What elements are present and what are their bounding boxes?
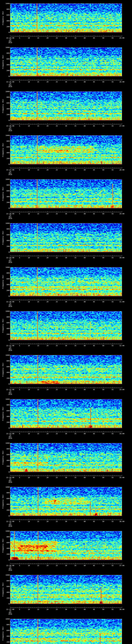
y-tick-label: 800 bbox=[4, 52, 10, 54]
frequency-axis-label: Frequency (Hz) bbox=[2, 187, 4, 201]
spectrogram-panel: Frequency (Hz)1000800600400200022:24:005… bbox=[0, 0, 132, 44]
y-tick-label: 1000 bbox=[4, 442, 10, 444]
x-tick-label: 5 bbox=[19, 565, 20, 566]
date-line: 2016 bbox=[8, 438, 12, 439]
x-tick-label: 25 bbox=[56, 301, 58, 303]
spectrogram-panel: Frequency (Hz)1000800600400200022:28:005… bbox=[0, 176, 132, 220]
y-tick-label: 600 bbox=[4, 410, 10, 412]
date-line: 2016 bbox=[8, 218, 12, 219]
x-axis-end-time-label: 27:00 bbox=[119, 125, 124, 127]
x-tick-label: 55 bbox=[112, 81, 114, 83]
x-tick-label: 15 bbox=[37, 169, 39, 171]
y-tick-label: 0 bbox=[4, 471, 10, 473]
y-tick-label: 400 bbox=[4, 20, 10, 22]
x-tick-label: 50 bbox=[102, 608, 104, 610]
date-line: 2016 bbox=[8, 174, 12, 175]
y-tick-label: 200 bbox=[4, 334, 10, 335]
x-tick-label: 50 bbox=[102, 37, 104, 39]
y-tick-label: 600 bbox=[4, 190, 10, 192]
x-axis-end-time-label: 26:00 bbox=[119, 81, 124, 83]
x-axis-end-time-label: 32:00 bbox=[119, 345, 124, 346]
y-tick-label: 600 bbox=[4, 498, 10, 500]
y-tick-label: 0 bbox=[4, 251, 10, 253]
frequency-axis-label: Frequency (Hz) bbox=[2, 99, 4, 113]
x-tick-label: 30 bbox=[65, 257, 67, 259]
x-axis-end-time-label: 25:00 bbox=[119, 37, 124, 39]
x-tick-label: 35 bbox=[74, 37, 76, 39]
x-tick-label: 50 bbox=[102, 477, 104, 478]
x-tick-label: 45 bbox=[93, 257, 95, 259]
y-tick-label: 200 bbox=[4, 70, 10, 72]
x-tick-label: 45 bbox=[93, 433, 95, 434]
y-tick-label: 0 bbox=[4, 339, 10, 341]
x-tick-label: 10 bbox=[28, 81, 30, 83]
y-tick-label: 400 bbox=[4, 240, 10, 242]
x-tick-label: 55 bbox=[112, 213, 114, 215]
x-tick-label: 15 bbox=[37, 565, 39, 566]
x-axis-end-time-label: 29:00 bbox=[119, 213, 124, 215]
x-tick-label: 20 bbox=[46, 213, 48, 215]
x-tick-label: 15 bbox=[37, 125, 39, 127]
x-tick-label: 10 bbox=[28, 345, 30, 346]
x-tick-label: 30 bbox=[65, 389, 67, 390]
x-tick-label: 45 bbox=[93, 565, 95, 566]
x-tick-label: 55 bbox=[112, 520, 114, 522]
x-tick-label: 45 bbox=[93, 213, 95, 215]
x-tick-label: 50 bbox=[102, 345, 104, 346]
x-tick-label: 15 bbox=[37, 301, 39, 303]
y-tick-label: 1000 bbox=[4, 178, 10, 180]
x-tick-label: 30 bbox=[65, 608, 67, 610]
y-tick-label: 0 bbox=[4, 383, 10, 385]
x-tick-label: 55 bbox=[112, 389, 114, 390]
y-tick-label: 400 bbox=[4, 64, 10, 66]
x-tick-label: 40 bbox=[84, 389, 86, 390]
y-tick-label: 800 bbox=[4, 448, 10, 450]
y-tick-label: 800 bbox=[4, 184, 10, 186]
x-tick-label: 55 bbox=[112, 433, 114, 434]
date-line: 2016 bbox=[8, 350, 12, 351]
y-tick-label: 0 bbox=[4, 603, 10, 605]
x-tick-label: 30 bbox=[65, 81, 67, 83]
x-tick-label: 35 bbox=[74, 565, 76, 566]
y-tick-label: 1000 bbox=[4, 266, 10, 268]
x-tick-label: 10 bbox=[28, 389, 30, 390]
y-tick-label: 400 bbox=[4, 460, 10, 461]
date-line: 2016 bbox=[8, 526, 12, 527]
y-tick-label: 200 bbox=[4, 597, 10, 599]
x-tick-label: 20 bbox=[46, 520, 48, 522]
y-tick-label: 400 bbox=[4, 635, 10, 637]
y-tick-label: 600 bbox=[4, 322, 10, 324]
frequency-axis-label: Frequency (Hz) bbox=[2, 319, 4, 333]
x-tick-label: 40 bbox=[84, 520, 86, 522]
spectrogram-panel: Frequency (Hz)1000800600400200022:37:005… bbox=[0, 572, 132, 616]
y-tick-label: 0 bbox=[4, 427, 10, 429]
x-tick-label: 10 bbox=[28, 301, 30, 303]
spectrogram-panel: Frequency (Hz)1000800600400200022:32:005… bbox=[0, 352, 132, 396]
frequency-axis-label: Frequency (Hz) bbox=[2, 626, 4, 640]
x-axis-end-time-label: 31:00 bbox=[119, 301, 124, 303]
x-tick-label: 25 bbox=[56, 520, 58, 522]
y-tick-label: 600 bbox=[4, 14, 10, 16]
y-tick-label: 400 bbox=[4, 108, 10, 110]
x-tick-label: 45 bbox=[93, 81, 95, 83]
y-tick-label: 200 bbox=[4, 378, 10, 379]
x-tick-label: 25 bbox=[56, 608, 58, 610]
y-tick-label: 1000 bbox=[4, 134, 10, 136]
x-tick-label: 40 bbox=[84, 257, 86, 259]
x-tick-label: 35 bbox=[74, 81, 76, 83]
y-tick-label: 800 bbox=[4, 8, 10, 10]
x-tick-label: 10 bbox=[28, 520, 30, 522]
frequency-axis-label: Frequency (Hz) bbox=[2, 11, 4, 25]
x-tick-label: 50 bbox=[102, 81, 104, 83]
x-tick-label: 20 bbox=[46, 37, 48, 39]
x-tick-label: 45 bbox=[93, 37, 95, 39]
spectrogram-report: Frequency (Hz)1000800600400200022:24:005… bbox=[0, 0, 132, 644]
x-tick-label: 20 bbox=[46, 608, 48, 610]
x-tick-label: 50 bbox=[102, 125, 104, 127]
x-tick-label: 45 bbox=[93, 477, 95, 478]
frequency-axis-label: Frequency (Hz) bbox=[2, 406, 4, 421]
x-tick-label: 35 bbox=[74, 169, 76, 171]
x-tick-label: 20 bbox=[46, 433, 48, 434]
x-tick-label: 40 bbox=[84, 345, 86, 346]
y-tick-label: 0 bbox=[4, 76, 10, 77]
